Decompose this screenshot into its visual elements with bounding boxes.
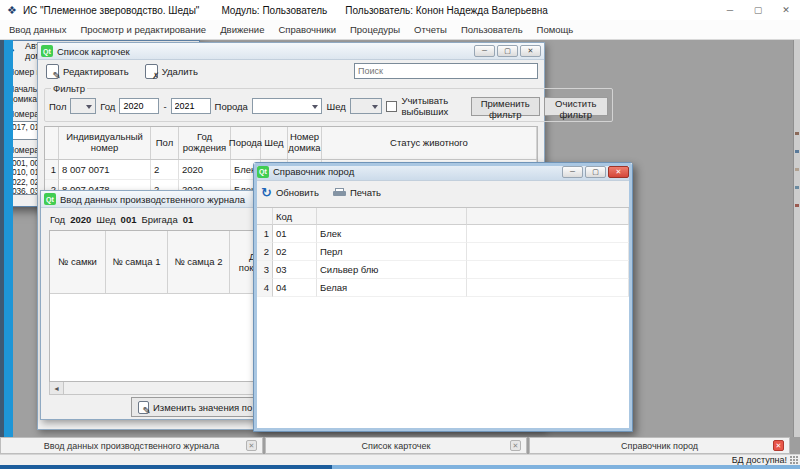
- resize-grip[interactable]: [790, 456, 798, 464]
- col-shed[interactable]: Шед: [261, 127, 288, 159]
- tab-close-icon[interactable]: ✕: [773, 440, 784, 451]
- journal-brigade-label: Бригада: [141, 214, 177, 225]
- menu-reports[interactable]: Отчеты: [407, 24, 454, 35]
- maximize-icon[interactable]: ▢: [585, 166, 606, 178]
- delete-x-icon: ✗: [152, 72, 160, 81]
- clear-filter-button[interactable]: Очистить фильтр: [544, 97, 608, 116]
- journal-window-title: Ввод данных производственного журнала: [60, 194, 245, 205]
- menu-user[interactable]: Пользователь: [454, 24, 530, 35]
- bottom-edge: [0, 465, 800, 469]
- col-breed[interactable]: Порода: [231, 127, 261, 159]
- left-blue-strip: [4, 40, 13, 437]
- main-menubar: Ввод данных Просмотр и редактирование Дв…: [0, 20, 800, 40]
- print-button-label: Печать: [350, 187, 381, 198]
- edit-button[interactable]: ✎ Редактировать: [46, 64, 129, 79]
- cell-year: 2020: [179, 160, 231, 180]
- tab-close-icon[interactable]: ✕: [510, 440, 521, 451]
- edge-artifact: [795, 204, 799, 207]
- breed-label: Порода: [215, 101, 248, 112]
- cell-code: 03: [273, 261, 317, 279]
- delete-page-icon: ✗: [145, 64, 158, 79]
- edge-artifact: [795, 186, 799, 189]
- module-label: Модуль: Пользователь: [221, 5, 327, 16]
- year-dash: -: [163, 101, 166, 112]
- menu-movement[interactable]: Движение: [213, 24, 271, 35]
- edge-artifact: [795, 132, 799, 135]
- sex-combo[interactable]: [70, 98, 96, 114]
- sex-label: Пол: [49, 101, 66, 112]
- row-number: 2: [257, 243, 273, 261]
- edit-page-icon: ✎: [46, 64, 59, 79]
- edit-button-label: Редактировать: [63, 66, 129, 77]
- apply-filter-button[interactable]: Применить фильтр: [471, 97, 540, 116]
- col-male2-number[interactable]: № самца 2: [168, 231, 230, 293]
- breed-row[interactable]: 4 04 Белая: [257, 279, 629, 297]
- maximize-icon[interactable]: ▢: [744, 5, 772, 15]
- breeds-window-titlebar[interactable]: Qt Справочник пород ─ ▢ ✕: [254, 163, 632, 181]
- cell-breed-name: Блек: [317, 225, 467, 243]
- col-birth-year[interactable]: Год рождения: [179, 127, 231, 159]
- tab-breeds[interactable]: Справочник пород ✕: [529, 437, 790, 454]
- year-to-input[interactable]: [171, 98, 211, 114]
- shed-combo[interactable]: [350, 98, 383, 114]
- db-status-label: БД доступна!: [732, 455, 787, 465]
- pencil-icon: ✎: [143, 406, 151, 416]
- breeds-window-title: Справочник пород: [273, 166, 354, 177]
- col-house-number[interactable]: Номер домика: [288, 127, 322, 159]
- tab-close-icon[interactable]: ✕: [246, 440, 257, 451]
- breed-row[interactable]: 3 03 Сильвер блю: [257, 261, 629, 279]
- shed-label: Шед: [326, 101, 345, 112]
- breed-row[interactable]: 2 02 Перл: [257, 243, 629, 261]
- window-tab-bar: Ввод данных производственного журнала ✕ …: [0, 437, 800, 454]
- main-titlebar: ❖ ИС "Племенное звероводство. Шеды" Моду…: [0, 0, 800, 20]
- menu-view-edit[interactable]: Просмотр и редактирование: [73, 24, 213, 35]
- include-retired-checkbox[interactable]: [386, 101, 397, 112]
- journal-shed-label: Шед: [96, 214, 115, 225]
- qt-icon: Qt: [44, 193, 56, 205]
- tab-journal-label: Ввод данных производственного журнала: [44, 441, 219, 451]
- col-animal-status[interactable]: Статус животного: [322, 127, 537, 159]
- close-icon[interactable]: ✕: [772, 5, 800, 15]
- app-title: ИС "Племенное звероводство. Шеды": [23, 5, 200, 16]
- scroll-left-icon[interactable]: ◄: [50, 382, 64, 394]
- print-button[interactable]: Печать: [333, 187, 381, 198]
- row-number: 1: [257, 225, 273, 243]
- col-code[interactable]: Код: [273, 208, 317, 225]
- col-sex[interactable]: Пол: [151, 127, 179, 159]
- col-female-number[interactable]: № самки: [50, 231, 106, 293]
- minimize-icon[interactable]: ─: [562, 166, 583, 178]
- qt-icon: Qt: [41, 45, 53, 57]
- col-individual-number[interactable]: Индивидуальный номер: [59, 127, 151, 159]
- menu-references[interactable]: Справочники: [271, 24, 343, 35]
- menu-procedures[interactable]: Процедуры: [343, 24, 407, 35]
- cell-code: 01: [273, 225, 317, 243]
- search-input[interactable]: [354, 63, 538, 79]
- year-label: Год: [100, 101, 115, 112]
- bottom-edge-light: [332, 465, 800, 469]
- mdi-area: Qt Список карточек ─ ▢ ✕ ✎ Редактировать…: [0, 40, 800, 437]
- row-number: 4: [257, 279, 273, 297]
- minimize-icon[interactable]: ─: [474, 45, 495, 57]
- edit-page-icon: ✎: [138, 401, 149, 414]
- close-icon[interactable]: ✕: [608, 166, 629, 178]
- maximize-icon[interactable]: ▢: [497, 45, 518, 57]
- refresh-button[interactable]: ↻ Обновить: [261, 186, 319, 199]
- col-male1-number[interactable]: № самца 1: [106, 231, 168, 293]
- journal-brigade-value: 01: [183, 214, 194, 225]
- menu-help[interactable]: Помощь: [530, 24, 581, 35]
- year-from-input[interactable]: [119, 98, 159, 114]
- tab-cards[interactable]: Список карточек ✕: [265, 437, 527, 454]
- cell-id: 8 007 0071: [59, 160, 151, 180]
- tab-journal[interactable]: Ввод данных производственного журнала ✕: [0, 437, 263, 454]
- close-icon[interactable]: ✕: [520, 45, 541, 57]
- right-window-sliver: [793, 40, 800, 437]
- app-logo-icon: ❖: [7, 5, 17, 16]
- delete-button[interactable]: ✗ Удалить: [145, 64, 198, 79]
- breed-row[interactable]: 1 01 Блек: [257, 225, 629, 243]
- minimize-icon[interactable]: ─: [716, 5, 744, 15]
- cards-window-titlebar[interactable]: Qt Список карточек ─ ▢ ✕: [38, 43, 544, 60]
- menu-input-data[interactable]: Ввод данных: [2, 24, 73, 35]
- col-breed-name[interactable]: [317, 208, 467, 225]
- breed-combo[interactable]: [252, 98, 323, 114]
- filter-group-label: Фильтр: [51, 83, 87, 94]
